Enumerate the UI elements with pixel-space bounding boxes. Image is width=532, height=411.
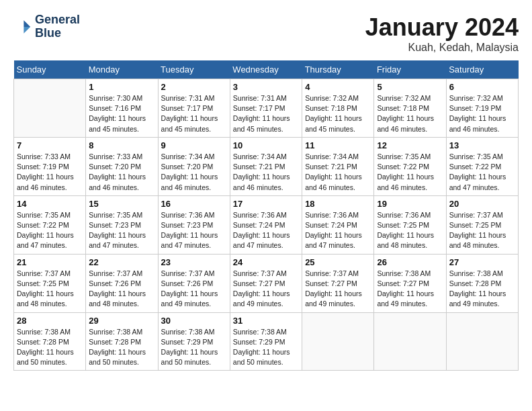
weekday-header-saturday: Saturday (446, 60, 518, 79)
calendar-cell: 10Sunrise: 7:34 AMSunset: 7:21 PMDayligh… (230, 137, 302, 195)
day-info: Sunrise: 7:38 AMSunset: 7:28 PMDaylight:… (17, 327, 83, 368)
day-info: Sunrise: 7:34 AMSunset: 7:21 PMDaylight:… (233, 152, 299, 193)
day-number: 19 (377, 199, 443, 209)
day-number: 8 (89, 140, 154, 150)
calendar-week-row: 7Sunrise: 7:33 AMSunset: 7:19 PMDaylight… (14, 137, 519, 195)
logo-text: General Blue (35, 13, 80, 40)
day-info: Sunrise: 7:38 AMSunset: 7:28 PMDaylight:… (449, 269, 515, 310)
day-info: Sunrise: 7:37 AMSunset: 7:26 PMDaylight:… (161, 269, 227, 310)
day-info: Sunrise: 7:38 AMSunset: 7:27 PMDaylight:… (377, 269, 443, 310)
day-number: 17 (233, 199, 299, 209)
weekday-header-thursday: Thursday (302, 60, 374, 79)
day-number: 2 (161, 82, 227, 92)
weekday-header-friday: Friday (374, 60, 446, 79)
calendar-cell: 16Sunrise: 7:36 AMSunset: 7:23 PMDayligh… (158, 195, 230, 254)
day-number: 15 (89, 199, 154, 209)
calendar-cell: 22Sunrise: 7:37 AMSunset: 7:26 PMDayligh… (86, 254, 158, 312)
calendar-week-row: 1Sunrise: 7:30 AMSunset: 7:16 PMDaylight… (14, 79, 519, 138)
logo: General Blue (13, 13, 80, 40)
day-number: 1 (89, 82, 154, 92)
calendar-cell: 21Sunrise: 7:37 AMSunset: 7:25 PMDayligh… (14, 254, 86, 312)
day-number: 9 (161, 140, 227, 150)
calendar-cell: 14Sunrise: 7:35 AMSunset: 7:22 PMDayligh… (14, 195, 86, 254)
calendar-cell: 24Sunrise: 7:37 AMSunset: 7:27 PMDayligh… (230, 254, 302, 312)
calendar-week-row: 21Sunrise: 7:37 AMSunset: 7:25 PMDayligh… (14, 254, 519, 312)
calendar-cell: 7Sunrise: 7:33 AMSunset: 7:19 PMDaylight… (14, 137, 86, 195)
day-info: Sunrise: 7:38 AMSunset: 7:29 PMDaylight:… (233, 327, 299, 368)
title-area: January 2024 Kuah, Kedah, Malaysia (365, 13, 519, 54)
day-info: Sunrise: 7:32 AMSunset: 7:18 PMDaylight:… (377, 93, 443, 134)
calendar-table: SundayMondayTuesdayWednesdayThursdayFrid… (13, 60, 519, 371)
calendar-cell: 4Sunrise: 7:32 AMSunset: 7:18 PMDaylight… (302, 79, 374, 138)
day-number: 20 (449, 199, 515, 209)
day-info: Sunrise: 7:34 AMSunset: 7:20 PMDaylight:… (161, 152, 227, 193)
day-info: Sunrise: 7:35 AMSunset: 7:22 PMDaylight:… (449, 152, 515, 193)
weekday-header-wednesday: Wednesday (230, 60, 302, 79)
calendar-cell: 2Sunrise: 7:31 AMSunset: 7:17 PMDaylight… (158, 79, 230, 138)
day-info: Sunrise: 7:34 AMSunset: 7:21 PMDaylight:… (305, 152, 371, 193)
calendar-cell: 25Sunrise: 7:37 AMSunset: 7:27 PMDayligh… (302, 254, 374, 312)
calendar-cell: 6Sunrise: 7:32 AMSunset: 7:19 PMDaylight… (446, 79, 518, 138)
day-number: 7 (17, 140, 83, 150)
weekday-header-monday: Monday (86, 60, 158, 79)
calendar-cell: 17Sunrise: 7:36 AMSunset: 7:24 PMDayligh… (230, 195, 302, 254)
calendar-cell: 9Sunrise: 7:34 AMSunset: 7:20 PMDaylight… (158, 137, 230, 195)
location: Kuah, Kedah, Malaysia (365, 42, 519, 54)
calendar-week-row: 28Sunrise: 7:38 AMSunset: 7:28 PMDayligh… (14, 312, 519, 371)
day-number: 3 (233, 82, 299, 92)
day-number: 4 (305, 82, 371, 92)
day-info: Sunrise: 7:36 AMSunset: 7:25 PMDaylight:… (377, 210, 443, 251)
day-info: Sunrise: 7:37 AMSunset: 7:27 PMDaylight:… (305, 269, 371, 310)
day-number: 10 (233, 140, 299, 150)
month-title: January 2024 (365, 13, 519, 42)
day-info: Sunrise: 7:35 AMSunset: 7:22 PMDaylight:… (377, 152, 443, 193)
calendar-cell: 15Sunrise: 7:35 AMSunset: 7:23 PMDayligh… (86, 195, 158, 254)
calendar-cell: 20Sunrise: 7:37 AMSunset: 7:25 PMDayligh… (446, 195, 518, 254)
day-number: 29 (89, 316, 154, 326)
day-info: Sunrise: 7:33 AMSunset: 7:20 PMDaylight:… (89, 152, 154, 193)
day-number: 22 (89, 257, 154, 267)
day-info: Sunrise: 7:37 AMSunset: 7:26 PMDaylight:… (89, 269, 154, 310)
day-number: 25 (305, 257, 371, 267)
calendar-cell: 31Sunrise: 7:38 AMSunset: 7:29 PMDayligh… (230, 312, 302, 371)
logo-icon (13, 17, 32, 36)
day-number: 26 (377, 257, 443, 267)
svg-marker-0 (24, 20, 30, 27)
day-number: 13 (449, 140, 515, 150)
day-info: Sunrise: 7:35 AMSunset: 7:22 PMDaylight:… (17, 210, 83, 251)
day-number: 18 (305, 199, 371, 209)
day-number: 23 (161, 257, 227, 267)
day-info: Sunrise: 7:38 AMSunset: 7:28 PMDaylight:… (89, 327, 154, 368)
calendar-cell: 27Sunrise: 7:38 AMSunset: 7:28 PMDayligh… (446, 254, 518, 312)
calendar-week-row: 14Sunrise: 7:35 AMSunset: 7:22 PMDayligh… (14, 195, 519, 254)
day-info: Sunrise: 7:38 AMSunset: 7:29 PMDaylight:… (161, 327, 227, 368)
weekday-header-tuesday: Tuesday (158, 60, 230, 79)
day-info: Sunrise: 7:33 AMSunset: 7:19 PMDaylight:… (17, 152, 83, 193)
day-info: Sunrise: 7:36 AMSunset: 7:24 PMDaylight:… (233, 210, 299, 251)
day-info: Sunrise: 7:30 AMSunset: 7:16 PMDaylight:… (89, 93, 154, 134)
day-info: Sunrise: 7:37 AMSunset: 7:25 PMDaylight:… (17, 269, 83, 310)
calendar-cell: 13Sunrise: 7:35 AMSunset: 7:22 PMDayligh… (446, 137, 518, 195)
calendar-cell (14, 79, 86, 138)
day-info: Sunrise: 7:37 AMSunset: 7:25 PMDaylight:… (449, 210, 515, 251)
day-info: Sunrise: 7:31 AMSunset: 7:17 PMDaylight:… (233, 93, 299, 134)
weekday-header-row: SundayMondayTuesdayWednesdayThursdayFrid… (14, 60, 519, 79)
day-number: 21 (17, 257, 83, 267)
day-number: 30 (161, 316, 227, 326)
calendar-cell: 19Sunrise: 7:36 AMSunset: 7:25 PMDayligh… (374, 195, 446, 254)
day-info: Sunrise: 7:32 AMSunset: 7:18 PMDaylight:… (305, 93, 371, 134)
day-number: 31 (233, 316, 299, 326)
page-header: General Blue January 2024 Kuah, Kedah, M… (13, 13, 519, 54)
svg-marker-1 (24, 27, 30, 34)
day-info: Sunrise: 7:36 AMSunset: 7:23 PMDaylight:… (161, 210, 227, 251)
day-number: 27 (449, 257, 515, 267)
day-number: 16 (161, 199, 227, 209)
calendar-cell: 3Sunrise: 7:31 AMSunset: 7:17 PMDaylight… (230, 79, 302, 138)
day-info: Sunrise: 7:36 AMSunset: 7:24 PMDaylight:… (305, 210, 371, 251)
calendar-cell: 29Sunrise: 7:38 AMSunset: 7:28 PMDayligh… (86, 312, 158, 371)
day-number: 5 (377, 82, 443, 92)
day-info: Sunrise: 7:37 AMSunset: 7:27 PMDaylight:… (233, 269, 299, 310)
calendar-cell: 1Sunrise: 7:30 AMSunset: 7:16 PMDaylight… (86, 79, 158, 138)
calendar-cell: 28Sunrise: 7:38 AMSunset: 7:28 PMDayligh… (14, 312, 86, 371)
day-info: Sunrise: 7:35 AMSunset: 7:23 PMDaylight:… (89, 210, 154, 251)
